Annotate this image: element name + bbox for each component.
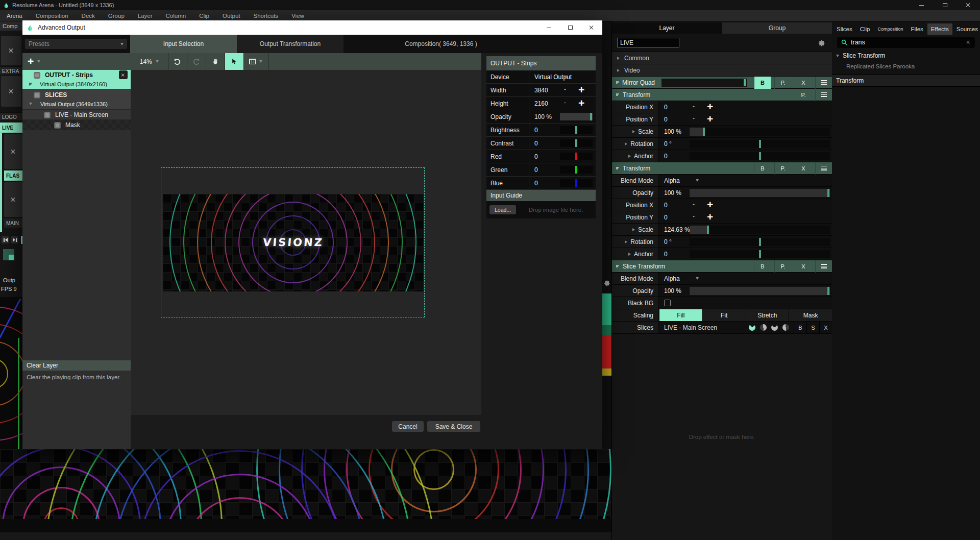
scaling-option-mask[interactable]: Mask [789, 309, 832, 321]
menu-deck[interactable]: Deck [75, 10, 102, 21]
chevron-right-icon[interactable] [625, 240, 627, 243]
redo-button[interactable] [187, 53, 206, 70]
layer-label-live[interactable]: LIVE [0, 122, 22, 133]
scaling-option-fill[interactable]: Fill [659, 309, 702, 321]
property-value[interactable]: 0 [529, 153, 560, 160]
black-bg-checkbox[interactable] [664, 300, 671, 306]
increment-button[interactable] [707, 113, 713, 124]
slice-mask-mode-icon[interactable] [760, 324, 767, 331]
decrement-button[interactable] [693, 115, 695, 124]
decrement-button[interactable] [564, 99, 566, 108]
chevron-down-icon[interactable] [616, 93, 619, 96]
layer-name-input[interactable] [617, 38, 679, 47]
slice-mask-mode-icon[interactable] [771, 324, 778, 331]
menu-group[interactable]: Group [102, 10, 131, 21]
tree-row-live-main-screen[interactable]: LIVE - Main Screen [22, 110, 131, 120]
slice-mask-mode-icon[interactable] [749, 324, 755, 331]
slices-x-button[interactable]: X [819, 322, 832, 333]
section-common[interactable]: Common [612, 52, 832, 64]
menu-composition[interactable]: Composition [29, 10, 75, 21]
effect-b-button[interactable]: B [754, 162, 771, 175]
value-slider[interactable] [560, 139, 593, 147]
menu-arena[interactable]: Arena [0, 10, 29, 21]
clip-clear-cell[interactable] [1, 36, 21, 65]
search-input[interactable]: trans [837, 37, 975, 48]
menu-view[interactable]: View [285, 10, 311, 21]
value-slider[interactable] [560, 126, 593, 134]
chevron-down-icon[interactable] [29, 103, 32, 105]
scaling-option-fit[interactable]: Fit [702, 309, 746, 321]
chevron-down-icon[interactable] [696, 179, 699, 182]
effect-menu-button[interactable] [815, 77, 832, 89]
param-value[interactable]: Alpha [659, 275, 689, 282]
value-stepper[interactable] [689, 213, 713, 222]
value-slider[interactable] [690, 140, 830, 148]
chevron-right-icon[interactable] [616, 81, 619, 84]
param-value[interactable]: 0 ° [659, 140, 689, 148]
effect-header-slice-transform[interactable]: Slice TransformBP.X [612, 260, 832, 273]
cancel-button[interactable]: Cancel [392, 421, 424, 432]
tab-clip[interactable]: Clip [856, 23, 874, 35]
value-stepper[interactable] [689, 201, 713, 210]
value-stepper[interactable] [560, 86, 584, 95]
chevron-down-icon[interactable] [616, 265, 619, 267]
input-selection-canvas[interactable]: VISIONZ [131, 70, 481, 415]
effect-x-button[interactable]: X [795, 260, 812, 273]
menu-column[interactable]: Column [159, 10, 193, 21]
tab-effects[interactable]: Effects [927, 23, 952, 35]
property-value[interactable]: Virtual Output [529, 73, 560, 81]
menu-output[interactable]: Output [216, 10, 247, 21]
param-value[interactable]: 0 [659, 116, 689, 123]
effect-b-button[interactable]: B [754, 77, 771, 89]
layer-label-extra[interactable]: EXTRA [0, 66, 22, 75]
tab-input-selection[interactable]: Input Selection [130, 35, 237, 53]
param-value[interactable]: 0 [659, 104, 689, 111]
slice-mask-mode-icon[interactable] [782, 324, 789, 331]
slices-b-button[interactable]: B [794, 322, 806, 333]
menu-layer[interactable]: Layer [131, 10, 159, 21]
value-stepper[interactable] [689, 115, 713, 124]
tab-composition[interactable]: Comp [0, 21, 22, 31]
clip-clear-cell[interactable] [4, 182, 22, 217]
layer-settings-gear-icon[interactable] [817, 39, 825, 47]
image-drop-zone[interactable]: Drop image file here. [516, 207, 596, 213]
value-slider[interactable] [690, 189, 830, 197]
increment-button[interactable] [707, 101, 713, 112]
enable-checkbox[interactable] [54, 122, 61, 129]
remove-output-button[interactable] [119, 70, 128, 79]
increment-button[interactable] [578, 97, 584, 108]
param-value[interactable]: 100 % [659, 287, 689, 294]
tree-row-mask[interactable]: Mask [22, 120, 131, 130]
effect-header-mirror-quad[interactable]: Mirror QuadBP.X [612, 77, 832, 89]
section-video[interactable]: Video [612, 64, 832, 77]
pan-tool-button[interactable] [206, 53, 225, 70]
undo-button[interactable] [168, 53, 187, 70]
effect-drop-zone[interactable]: Drop effect or mask here. [612, 334, 832, 540]
value-slider[interactable] [690, 250, 830, 258]
tab-output-transformation[interactable]: Output Transformation [237, 35, 344, 53]
chevron-down-icon[interactable] [836, 55, 839, 57]
param-value[interactable]: 0 [659, 202, 689, 209]
effect-menu-button[interactable] [815, 89, 832, 101]
minimize-button[interactable] [910, 0, 933, 10]
decrement-button[interactable] [564, 86, 566, 95]
value-slider[interactable] [560, 166, 593, 174]
presets-dropdown[interactable]: Presets [25, 39, 127, 49]
value-slider[interactable] [690, 152, 830, 160]
property-value[interactable]: 0 [529, 166, 560, 174]
chevron-right-icon[interactable] [632, 228, 635, 231]
maximize-button[interactable] [933, 0, 957, 10]
menu-clip[interactable]: Clip [192, 10, 216, 21]
param-value[interactable]: 0 ° [659, 238, 689, 246]
zoom-level-dropdown[interactable]: 14% [131, 53, 168, 70]
add-screen-button[interactable] [28, 56, 34, 66]
increment-button[interactable] [578, 84, 584, 95]
increment-button[interactable] [707, 199, 713, 210]
effect-b-button[interactable]: B [754, 260, 771, 273]
chevron-down-icon[interactable] [616, 167, 619, 169]
property-value[interactable]: 0 [529, 180, 560, 187]
chevron-right-icon[interactable] [625, 142, 627, 145]
chevron-right-icon[interactable] [628, 253, 631, 256]
tree-row-slices[interactable]: SLICESVirtual Output (3649x1336) [22, 90, 131, 110]
chevron-down-icon[interactable] [564, 76, 567, 78]
